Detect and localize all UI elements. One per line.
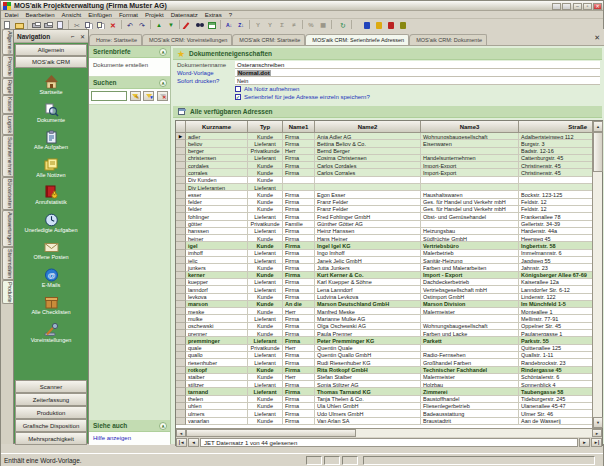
module-tab-logistik[interactable]: Logistik	[2, 114, 13, 135]
table-cell[interactable]: Firma	[283, 213, 315, 220]
filter-clear-button[interactable]: ✕	[157, 91, 168, 101]
vertical-scroll-thumb[interactable]	[593, 132, 603, 172]
table-row[interactable]: felderKundeFirmaFranz FelderGes. für Han…	[176, 206, 592, 213]
table-cell[interactable]: vanarlan	[186, 418, 248, 425]
table-cell[interactable]: Gellertstr. 34-39	[519, 221, 592, 228]
table-cell[interactable]: Lieferant	[248, 228, 283, 235]
horizontal-scrollbar[interactable]: ◄ ►	[176, 428, 602, 437]
table-cell[interactable]: Lieferant	[248, 279, 283, 286]
table-cell[interactable]: Firma	[283, 403, 315, 410]
table-cell[interactable]: Firma	[283, 206, 315, 213]
table-row[interactable]: lanndorfLieferantFirmaLena LanndorfVertr…	[176, 286, 592, 293]
row-selector[interactable]	[176, 264, 186, 271]
table-cell[interactable]: Herr	[283, 148, 315, 155]
menu-datei[interactable]: Datei	[1, 11, 22, 18]
row-selector[interactable]	[176, 345, 186, 352]
table-cell[interactable]: quallo	[186, 352, 248, 359]
table-cell[interactable]	[315, 177, 421, 184]
table-row[interactable]: premmingerLieferantFirmaPeter Premminger…	[176, 337, 592, 344]
table-cell[interactable]: Janek Jelic GmbH	[315, 257, 421, 264]
table-cell[interactable]: prenner	[186, 330, 248, 337]
table-cell[interactable]: felder	[186, 206, 248, 213]
table-cell[interactable]: Firma	[283, 272, 315, 279]
table-cell[interactable]: Heinz Hanssen	[315, 228, 421, 235]
search-input[interactable]	[91, 91, 127, 101]
table-cell[interactable]: Herr	[283, 374, 315, 381]
row-selector[interactable]	[176, 359, 186, 366]
row-selector[interactable]	[176, 352, 186, 359]
column-header-kurzname[interactable]: Kurzname	[186, 121, 248, 133]
table-cell[interactable]: Bockstr. 123-125	[519, 191, 592, 198]
nav-item-unerledigte-aufgaben[interactable]: Unerledigte Aufgaben	[15, 211, 87, 239]
table-cell[interactable]: Günther Götter AG	[315, 221, 421, 228]
table-cell[interactable]: Feldstr. 12	[519, 199, 592, 206]
checkbox[interactable]	[235, 86, 241, 92]
menu-bearbeiten[interactable]: Bearbeiten	[22, 11, 58, 18]
table-row[interactable]: riesenhuberLieferantFirmaRudi Riesenhube…	[176, 359, 592, 366]
row-selector[interactable]	[176, 374, 186, 381]
row-selector[interactable]	[176, 184, 186, 191]
table-cell[interactable]: Schöntalerstr. 6	[519, 374, 592, 381]
table-cell[interactable]: Firma	[283, 286, 315, 293]
table-cell[interactable]: Taubengasse 58	[519, 388, 592, 395]
table-cell[interactable]: Firma	[283, 235, 315, 242]
table-cell[interactable]: Div Kunden	[186, 177, 248, 184]
pin-icon[interactable]: ⌐	[71, 33, 76, 40]
table-cell[interactable]: Malermeister	[421, 308, 519, 315]
table-cell[interactable]: Parkett	[421, 337, 519, 344]
mdi-minimize-button[interactable]	[552, 3, 561, 10]
table-cell[interactable]: Christinenstr. 45	[519, 162, 592, 169]
collapse-icon[interactable]: ∧	[159, 422, 167, 430]
scroll-left-icon[interactable]: ◄	[176, 429, 186, 437]
table-cell[interactable]: oschewski	[186, 323, 248, 330]
table-cell[interactable]: Kunde	[248, 199, 283, 206]
table-cell[interactable]: Paulanergasse 1	[519, 330, 592, 337]
table-cell[interactable]: Burgstr. 3	[519, 140, 592, 147]
table-cell[interactable]	[421, 221, 519, 228]
table-cell[interactable]: Cattenburgstr. 45	[519, 155, 592, 162]
table-row[interactable]: imhoffLieferantFirmaIngo ImhoffMalerbetr…	[176, 250, 592, 257]
table-cell[interactable]: Egon Esser	[315, 191, 421, 198]
table-cell[interactable]: Südfrüchte GmbH	[421, 235, 519, 242]
table-row[interactable]: felderKundeFirmaFranz FelderGes. für Han…	[176, 199, 592, 206]
table-cell[interactable]: mulke	[186, 315, 248, 322]
table-cell[interactable]: Import - Export	[421, 272, 519, 279]
table-cell[interactable]: Großhandel Farben	[421, 359, 519, 366]
table-row[interactable]: ▶adlerKundeFirmaAnja Adler AGWohnungsbau…	[176, 133, 592, 140]
table-cell[interactable]: Marson Deutschland GmbH	[315, 301, 421, 308]
nav-item-voreinstellungen[interactable]: Voreinstellungen	[15, 321, 87, 349]
table-cell[interactable]: Farben und Lacke	[421, 330, 519, 337]
row-selector[interactable]	[176, 388, 186, 395]
horizontal-scroll-thumb[interactable]	[186, 429, 356, 437]
row-selector[interactable]	[176, 257, 186, 264]
table-cell[interactable]: Mellinstr. 77-91	[519, 315, 592, 322]
table-cell[interactable]: Firma	[283, 381, 315, 388]
table-cell[interactable]: Quentin Quallo GmbH	[315, 352, 421, 359]
table-cell[interactable]: uhlen	[186, 403, 248, 410]
table-row[interactable]: prennerKundeFirmaPaula PrennerFarben und…	[176, 330, 592, 337]
table-cell[interactable]: Kunde	[248, 330, 283, 337]
table-cell[interactable]: Holzbau	[421, 381, 519, 388]
table-cell[interactable]: Handelsunternehmen	[421, 155, 519, 162]
table-cell[interactable]: Anja Adler AG	[315, 133, 421, 140]
table-cell[interactable]: imhoff	[186, 250, 248, 257]
row-selector[interactable]	[176, 315, 186, 322]
table-row[interactable]: corralesKundeFirmaCarlos CorralesImport-…	[176, 169, 592, 176]
scroll-up-icon[interactable]: ▲	[593, 121, 603, 132]
table-cell[interactable]: Quallstr. 1-11	[519, 352, 592, 359]
dokumente-erstellen-link[interactable]: Dokumente erstellen	[93, 62, 148, 68]
row-selector[interactable]	[176, 396, 186, 403]
table-row[interactable]: kernerKundeFirmaKurt Kerner & Co.Import …	[176, 272, 592, 279]
document-tab[interactable]: MOS'aik CRM: Startseite	[232, 34, 305, 45]
table-cell[interactable]: heiner	[186, 235, 248, 242]
filter-edit-button[interactable]: ✎	[130, 91, 141, 101]
table-cell[interactable]: Import-Export	[421, 169, 519, 176]
row-selector[interactable]	[176, 301, 186, 308]
table-cell[interactable]: Lieferant	[248, 250, 283, 257]
table-cell[interactable]: riesenhuber	[186, 359, 248, 366]
table-cell[interactable]: beliov	[186, 140, 248, 147]
row-selector[interactable]	[176, 294, 186, 301]
table-cell[interactable]: Dachdeckerbetrieb	[421, 279, 519, 286]
checkbox[interactable]: ✓	[235, 94, 241, 100]
table-row[interactable]: stiltzerLieferantFirmaSonja Stiltzer AGH…	[176, 381, 592, 388]
